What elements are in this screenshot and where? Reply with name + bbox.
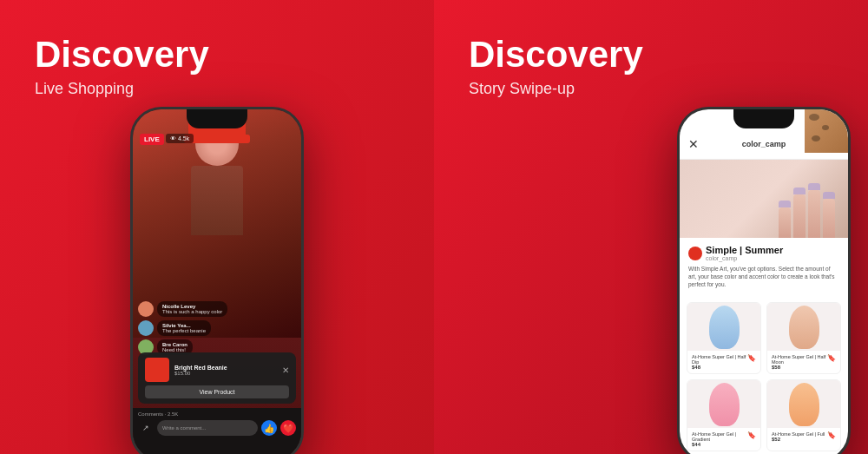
person-shape xyxy=(182,122,252,261)
close-icon[interactable]: ✕ xyxy=(688,137,699,151)
product-img-3 xyxy=(767,380,840,428)
product-info-1: At-Home Super Gel | Half Moon $58 🔖 xyxy=(767,351,840,373)
right-panel: Discovery Story Swipe-up ✕ color_camp 🛍 xyxy=(434,0,868,454)
live-bottom-bar: Comments · 2.5K ↗ Write a comment... 👍 ❤… xyxy=(133,408,301,454)
product-name: Bright Red Beanie xyxy=(174,365,277,371)
nail-1 xyxy=(779,201,791,207)
nail-hand-group xyxy=(779,183,835,238)
product-info-3: At-Home Super Gel | Full $52 🔖 xyxy=(767,428,840,445)
finger-body-1 xyxy=(779,207,791,238)
person-body xyxy=(191,166,243,235)
product-text-1: At-Home Super Gel | Half Moon $58 xyxy=(772,354,827,370)
product-text-3: At-Home Super Gel | Full $52 xyxy=(772,431,825,442)
product-img-1 xyxy=(767,303,840,351)
share-icon[interactable]: ↗ xyxy=(138,420,154,436)
bookmark-icon-1[interactable]: 🔖 xyxy=(827,354,836,362)
finger-3 xyxy=(808,183,820,238)
product-img-2 xyxy=(687,380,760,428)
heart-button[interactable]: ❤️ xyxy=(280,420,296,436)
product-close-icon[interactable]: ✕ xyxy=(282,365,289,375)
product-text-0: At-Home Super Gel | Half Dip $48 xyxy=(692,354,747,370)
live-phone-screen: LIVE 👁 4.5k Nicolle Levey This is such a… xyxy=(133,109,301,454)
person-head xyxy=(195,122,239,166)
nail-4 xyxy=(823,192,835,199)
product-img-0 xyxy=(687,303,760,351)
bookmark-icon-3[interactable]: 🔖 xyxy=(827,431,836,439)
story-header-title: color_camp xyxy=(742,140,786,148)
leopard-corner xyxy=(805,109,848,153)
product-info-0: At-Home Super Gel | Half Dip $48 🔖 xyxy=(687,351,760,373)
product-card: Bright Red Beanie $15.00 ✕ View Product xyxy=(138,352,296,404)
phone-notch-right xyxy=(733,109,794,128)
comment-avatar-1 xyxy=(138,301,154,317)
nail-oval-1 xyxy=(789,306,819,349)
product-thumb xyxy=(145,358,169,382)
comment-text-1: Nicolle Levey This is such a happy color xyxy=(157,301,227,317)
leo-spot-1 xyxy=(809,114,819,121)
comment-input-row: ↗ Write a comment... 👍 ❤️ xyxy=(138,420,296,436)
nail-2 xyxy=(793,188,806,194)
eye-icon: 👁 xyxy=(170,135,176,141)
finger-2 xyxy=(793,188,806,238)
story-phone-screen: ✕ color_camp 🛍 xyxy=(680,109,848,454)
story-product-grid: At-Home Super Gel | Half Dip $48 🔖 xyxy=(680,302,848,451)
product-item-0[interactable]: At-Home Super Gel | Half Dip $48 🔖 xyxy=(687,302,761,374)
left-panel: Discovery Live Shopping LIVE xyxy=(0,0,434,454)
product-info-2: At-Home Super Gel | Gradient $44 🔖 xyxy=(687,428,760,451)
like-button[interactable]: 👍 xyxy=(261,420,277,436)
view-product-button[interactable]: View Product xyxy=(145,385,289,398)
left-phone-wrapper: LIVE 👁 4.5k Nicolle Levey This is such a… xyxy=(130,107,304,454)
story-product-title: Simple | Summer xyxy=(706,245,783,255)
story-product-title-block: Simple | Summer color_camp xyxy=(706,245,783,261)
phone-notch-left xyxy=(187,109,247,128)
product-info: Bright Red Beanie $15.00 xyxy=(174,365,277,376)
left-phone: LIVE 👁 4.5k Nicolle Levey This is such a… xyxy=(130,107,304,454)
nail-oval-3 xyxy=(789,383,819,426)
right-subtitle: Story Swipe-up xyxy=(469,80,575,98)
right-phone-wrapper: ✕ color_camp 🛍 xyxy=(677,107,851,454)
comments-count: Comments · 2.5K xyxy=(138,411,296,417)
finger-4 xyxy=(823,192,835,238)
finger-1 xyxy=(779,201,791,238)
left-subtitle: Live Shopping xyxy=(35,80,134,98)
comment-2: Silvie Yea... The perfect beanie xyxy=(138,320,211,336)
product-card-inner: Bright Red Beanie $15.00 ✕ xyxy=(145,358,289,382)
story-brand-row: Simple | Summer color_camp xyxy=(688,245,839,261)
bookmark-icon-2[interactable]: 🔖 xyxy=(747,431,756,439)
live-badge: LIVE xyxy=(140,134,164,145)
comment-text-2: Silvie Yea... The perfect beanie xyxy=(157,320,211,336)
live-views: 👁 4.5k xyxy=(166,134,194,143)
story-description: With Simple Art, you've got options. Sel… xyxy=(688,265,839,288)
finger-body-3 xyxy=(808,190,820,238)
nail-oval-2 xyxy=(709,383,740,426)
brand-icon xyxy=(688,247,702,260)
bookmark-icon-0[interactable]: 🔖 xyxy=(747,354,756,362)
finger-body-2 xyxy=(793,194,806,238)
comment-avatar-2 xyxy=(138,320,154,336)
nail-3 xyxy=(808,183,820,190)
comment-1: Nicolle Levey This is such a happy color xyxy=(138,301,227,317)
nail-oval-0 xyxy=(709,306,740,349)
comment-input[interactable]: Write a comment... xyxy=(157,420,258,436)
story-nail-image xyxy=(680,160,848,238)
product-item-1[interactable]: At-Home Super Gel | Half Moon $58 🔖 xyxy=(766,302,841,374)
product-price: $15.00 xyxy=(174,371,277,376)
finger-body-4 xyxy=(823,199,835,238)
right-phone: ✕ color_camp 🛍 xyxy=(677,107,851,454)
product-text-2: At-Home Super Gel | Gradient $44 xyxy=(692,431,747,447)
product-item-2[interactable]: At-Home Super Gel | Gradient $44 🔖 xyxy=(687,379,761,451)
story-product-detail: Simple | Summer color_camp With Simple A… xyxy=(680,238,848,302)
leo-spot-2 xyxy=(822,125,829,130)
right-title: Discovery xyxy=(469,35,643,75)
left-title: Discovery xyxy=(35,35,209,75)
story-brand-name: color_camp xyxy=(706,255,783,261)
product-item-3[interactable]: At-Home Super Gel | Full $52 🔖 xyxy=(766,379,841,451)
leo-spot-3 xyxy=(812,135,820,141)
